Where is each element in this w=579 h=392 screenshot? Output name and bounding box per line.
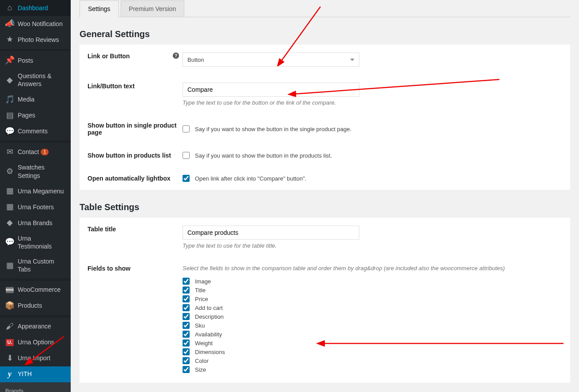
megaphone-icon: 📣 — [5, 19, 14, 28]
link-button-text-desc: Type the text to use for the button or t… — [183, 99, 562, 106]
field-item[interactable]: Title — [183, 286, 562, 294]
sidebar-item-urna-footers[interactable]: ▦Urna Footers — [0, 199, 71, 215]
sidebar-item-label: Urna Import — [18, 354, 50, 362]
sidebar-item-label: Media — [18, 95, 34, 103]
sidebar-item-urna-options[interactable]: U.Urna Options — [0, 335, 71, 351]
label-table-title: Table title — [88, 226, 116, 249]
submenu-item-brands[interactable]: Brands — [0, 385, 71, 392]
sidebar-item-urna-custom-tabs[interactable]: ▦Urna Custom Tabs — [0, 254, 71, 277]
field-item[interactable]: Weight — [183, 339, 562, 347]
sidebar-item-woo-notification[interactable]: 📣Woo Notification — [0, 16, 71, 32]
field-label: Availability — [195, 331, 222, 338]
link-or-button-select[interactable]: Button — [183, 53, 359, 67]
label-open-lightbox: Open automatically lightbox — [88, 175, 170, 182]
mail-icon: ✉ — [5, 147, 14, 156]
tab-bar: SettingsPremium Version — [80, 0, 570, 17]
open-lightbox-desc: Open link after click into "Compare" but… — [195, 175, 306, 182]
sidebar-item-label: Urna Footers — [18, 203, 54, 211]
label-show-single: Show button in single product page — [88, 122, 178, 136]
field-item[interactable]: Sku — [183, 322, 562, 329]
table-title-desc: Type the text to use for the table title… — [183, 242, 562, 249]
u-icon: U. — [5, 338, 14, 347]
download-icon: ⬇ — [5, 354, 14, 363]
field-checkbox-dimensions[interactable] — [183, 348, 190, 355]
field-checkbox-weight[interactable] — [183, 339, 190, 347]
sidebar-item-photo-reviews[interactable]: ★Photo Reviews — [0, 32, 71, 48]
field-label: Dimensions — [195, 349, 225, 355]
open-lightbox-checkbox[interactable] — [183, 175, 190, 182]
field-checkbox-add-to-cart[interactable] — [183, 304, 190, 311]
grid-icon: ▦ — [5, 261, 14, 270]
sidebar-item-woocommerce[interactable]: wooWooCommerce — [0, 282, 71, 298]
fields-desc: Select the fields to show in the compari… — [183, 265, 562, 271]
sidebar-item-label: Woo Notification — [18, 20, 63, 28]
field-item[interactable]: Dimensions — [183, 348, 562, 355]
sidebar-item-yith[interactable]: yYITH — [0, 366, 71, 382]
field-item[interactable]: Description — [183, 313, 562, 320]
sidebar-item-label: Urna Megamenu — [18, 187, 64, 195]
sidebar-item-questions-&-answers[interactable]: ◆Questions & Answers — [0, 68, 71, 91]
field-label: Price — [195, 296, 208, 302]
sidebar-item-appearance[interactable]: 🖌Appearance — [0, 319, 71, 335]
field-item[interactable]: Add to cart — [183, 304, 562, 311]
pin-icon: 📌 — [5, 56, 14, 65]
sidebar-item-urna-megamenu[interactable]: ▦Urna Megamenu — [0, 183, 71, 199]
sidebar-item-label: Urna Custom Tabs — [18, 257, 65, 273]
sidebar-item-label: Pages — [18, 111, 35, 119]
field-label: Add to cart — [195, 305, 223, 311]
badge: 1 — [41, 149, 49, 155]
field-item[interactable]: Availability — [183, 331, 562, 338]
field-checkbox-color[interactable] — [183, 357, 190, 364]
sidebar-item-contact[interactable]: ✉Contact1 — [0, 144, 71, 160]
yith-icon: y — [5, 370, 14, 379]
sidebar-item-posts[interactable]: 📌Posts — [0, 53, 71, 68]
sidebar-item-products[interactable]: 📦Products — [0, 298, 71, 314]
sidebar-item-label: Urna Testimonials — [18, 234, 65, 250]
link-button-text-input[interactable] — [183, 83, 359, 97]
admin-sidebar: ⌂Dashboard📣Woo Notification★Photo Review… — [0, 0, 71, 392]
field-item[interactable]: Image — [183, 278, 562, 285]
field-checkbox-size[interactable] — [183, 366, 190, 373]
field-checkbox-availability[interactable] — [183, 331, 190, 338]
field-item[interactable]: Size — [183, 366, 562, 373]
tab-premium-version[interactable]: Premium Version — [121, 0, 185, 17]
field-item[interactable]: Price — [183, 295, 562, 302]
sidebar-item-label: YITH — [18, 370, 32, 378]
field-item[interactable]: Color — [183, 357, 562, 364]
show-list-checkbox[interactable] — [183, 152, 190, 159]
cube-icon: 📦 — [5, 302, 14, 310]
sidebar-item-swatches-settings[interactable]: ⚙Swatches Settings — [0, 160, 71, 183]
sidebar-item-urna-testimonials[interactable]: 💬Urna Testimonials — [0, 231, 71, 254]
diamond-icon: ◆ — [5, 75, 14, 84]
sidebar-item-comments[interactable]: 💬Comments — [0, 123, 71, 139]
sidebar-item-urna-brands[interactable]: ◆Urna Brands — [0, 215, 71, 231]
table-title-input[interactable] — [183, 226, 359, 240]
sidebar-item-label: Photo Reviews — [18, 36, 59, 44]
sidebar-item-urna-import[interactable]: ⬇Urna Import — [0, 351, 71, 366]
help-icon[interactable]: ? — [173, 53, 179, 59]
field-checkbox-sku[interactable] — [183, 322, 190, 329]
label-show-list: Show button in products list — [88, 152, 171, 159]
gear-icon: ⚙ — [5, 167, 14, 176]
sidebar-item-label: Posts — [18, 57, 33, 64]
dash-icon: ⌂ — [5, 4, 14, 12]
sidebar-item-label: Dashboard — [18, 4, 48, 12]
show-single-checkbox[interactable] — [183, 125, 190, 132]
grid-icon: ▦ — [5, 203, 14, 211]
sidebar-item-label: Questions & Answers — [18, 72, 65, 88]
label-link-button-text: Link/Button text — [88, 83, 135, 106]
sidebar-item-dashboard[interactable]: ⌂Dashboard — [0, 0, 71, 16]
star-icon: ★ — [5, 35, 14, 44]
field-checkbox-price[interactable] — [183, 295, 190, 302]
sidebar-item-media[interactable]: 🎵Media — [0, 91, 71, 107]
sidebar-item-label: Comments — [18, 127, 48, 135]
sidebar-item-label: Products — [18, 302, 42, 309]
label-link-or-button: Link or Button — [88, 53, 130, 67]
field-checkbox-description[interactable] — [183, 313, 190, 320]
sidebar-item-pages[interactable]: ▤Pages — [0, 107, 71, 123]
tab-settings[interactable]: Settings — [80, 0, 119, 17]
field-label: Size — [195, 366, 206, 373]
field-checkbox-image[interactable] — [183, 278, 190, 285]
diamond-icon: ◆ — [5, 219, 14, 227]
field-checkbox-title[interactable] — [183, 286, 190, 294]
